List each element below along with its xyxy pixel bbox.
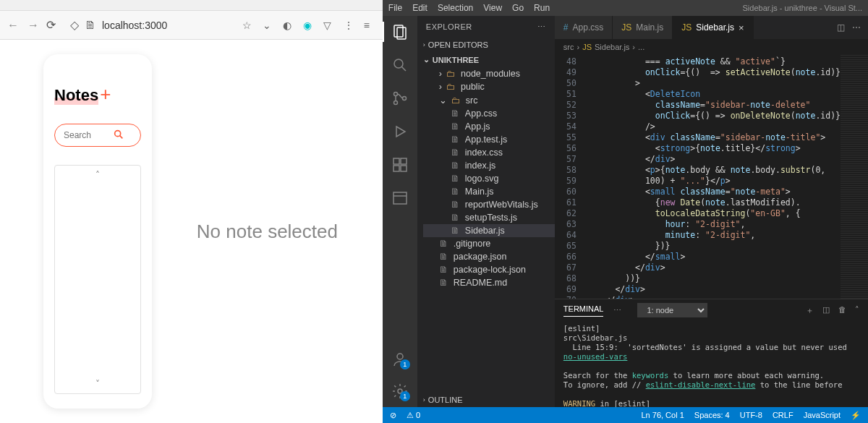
menu-file[interactable]: File [388,3,402,13]
search-icon[interactable] [391,56,409,74]
file-item[interactable]: 🗎index.css [423,146,555,159]
folder-item[interactable]: ⌄🗀src [423,93,555,107]
account-icon[interactable]: ◐ [283,20,294,31]
terminal-tab[interactable]: TERMINAL [563,304,604,317]
tree-item-label: App.js [465,121,490,132]
bottom-panel: TERMINAL ⋯ 1: node ＋ ◫ 🗑 ˄ [eslint] src\… [555,299,868,407]
outline-section[interactable]: ›OUTLINE [417,393,555,407]
new-terminal-icon[interactable]: ＋ [806,305,814,316]
file-item[interactable]: 🗎reportWebVitals.js [423,198,555,211]
code-editor[interactable]: 4849505152535455565758596061626364656667… [555,55,868,299]
svg-point-6 [393,93,397,96]
project-header[interactable]: ⌄UNIKTHREE [417,52,555,67]
menu-run[interactable]: Run [534,3,550,13]
file-item[interactable]: 🗎App.css [423,107,555,120]
add-note-button[interactable]: + [100,83,111,106]
close-tab-icon[interactable]: × [739,22,744,33]
breadcrumb[interactable]: src› JS Sidebar.js› ... [555,39,868,55]
svg-line-1 [120,135,123,138]
status-eol[interactable]: CRLF [773,411,793,420]
status-cursor[interactable]: Ln 76, Col 1 [641,411,684,420]
explorer-title: EXPLORER [426,22,472,31]
tree-item-label: package.json [454,252,507,262]
tree-item-label: package-lock.json [454,265,526,275]
menu-view[interactable]: View [483,3,502,13]
file-item[interactable]: 🗎App.test.js [423,133,555,146]
editor-tab[interactable]: #App.css [555,16,613,39]
status-feedback[interactable]: ⚡ [851,411,861,420]
svg-marker-9 [396,127,405,137]
open-editors-section[interactable]: ›OPEN EDITORS [417,38,555,52]
status-language[interactable]: JavaScript [804,411,841,420]
pocket-icon[interactable]: ⌄ [263,20,274,31]
split-terminal-icon[interactable]: ◫ [822,305,830,316]
file-item[interactable]: 🗎Sidebar.js [423,224,555,237]
status-problems[interactable]: ⚠ 0 [407,411,420,420]
file-icon: 🗎 [439,278,449,288]
minimap[interactable] [841,55,868,299]
terminal-selector[interactable]: 1: node [637,303,707,317]
menu-edit[interactable]: Edit [412,3,427,13]
source-control-icon[interactable] [391,90,409,107]
status-bar: ⊘ ⚠ 0 Ln 76, Col 1 Spaces: 4 UTF-8 CRLF … [383,407,868,423]
tree-item-label: App.css [465,108,497,119]
maximize-panel-icon[interactable]: ˄ [855,305,859,316]
svg-rect-11 [393,166,399,171]
file-item[interactable]: 🗎package.json [423,250,555,263]
extensions-icon[interactable] [391,156,409,174]
file-item[interactable]: 🗎setupTests.js [423,211,555,224]
chevron-icon: ⌄ [439,95,447,106]
browser-toolbar: ← → ⟳ ◇ 🗎 localhost:3000 ☆ ⌄ ◐ ◉ ▽ ⋮ ≡ [0,11,383,40]
panel-more-icon[interactable]: ⋯ [613,306,621,315]
bookmark-star-icon[interactable]: ☆ [242,20,254,31]
file-item[interactable]: 🗎index.js [423,159,555,172]
editor-tab[interactable]: JSMain.js [613,16,673,39]
file-item[interactable]: 🗎README.md [423,276,555,289]
status-remote[interactable]: ⊘ [390,411,396,420]
file-item[interactable]: 🗎App.js [423,120,555,133]
explorer-icon[interactable] [391,23,409,40]
kill-terminal-icon[interactable]: 🗑 [838,305,846,316]
hamburger-menu-icon[interactable]: ≡ [364,20,375,31]
menu-go[interactable]: Go [512,3,524,13]
file-item[interactable]: 🗎logo.svg [423,172,555,185]
settings-icon[interactable]: 1 [391,383,409,400]
account-icon[interactable]: 1 [391,351,409,368]
shield-icon[interactable]: ▽ [323,20,335,31]
more-actions-icon[interactable]: ⋯ [852,22,861,33]
notes-list[interactable]: ˄ ˅ [54,165,141,394]
menu-selection[interactable]: Selection [438,3,473,13]
terminal-output[interactable]: [eslint] src\Sidebar.js Line 15:9: 'sort… [555,321,868,407]
file-icon: 🗎 [439,239,449,249]
reload-button[interactable]: ⟳ [46,18,56,32]
status-indent[interactable]: Spaces: 4 [694,411,730,420]
status-encoding[interactable]: UTF-8 [740,411,762,420]
file-item[interactable]: 🗎.gitignore [423,237,555,250]
chevron-icon: › [439,69,442,79]
scroll-down-icon[interactable]: ˅ [95,379,100,389]
panel-icon[interactable] [391,189,409,207]
kebab-menu-icon[interactable]: ⋮ [344,20,355,31]
search-input[interactable] [64,130,107,140]
folder-item[interactable]: ›🗀public [423,80,555,93]
scroll-up-icon[interactable]: ˄ [95,170,100,180]
file-item[interactable]: 🗎Main.js [423,185,555,198]
debug-icon[interactable] [391,123,409,140]
main-panel: No note selected [152,54,383,409]
file-icon: 🗎 [451,121,461,132]
code-content[interactable]: === activeNote && "active"`} onClick={()… [582,55,841,299]
file-item[interactable]: 🗎package-lock.json [423,263,555,276]
tab-label: Main.js [636,22,663,33]
forward-button[interactable]: → [27,19,39,32]
file-tree: ›🗀node_modules›🗀public⌄🗀src🗎App.css🗎App.… [417,67,555,289]
folder-item[interactable]: ›🗀node_modules [423,67,555,80]
extension-icon[interactable]: ◉ [303,20,315,31]
editor-tab[interactable]: JSSidebar.js× [673,16,753,39]
split-editor-icon[interactable]: ◫ [837,22,845,33]
search-box[interactable] [54,124,141,147]
back-button[interactable]: ← [7,19,19,32]
address-bar[interactable]: ◇ 🗎 localhost:3000 [63,14,235,36]
svg-point-0 [115,130,121,136]
explorer-more-icon[interactable]: ⋯ [537,22,546,32]
window-title: Sidebar.js - unikthree - Visual St... [743,4,863,12]
